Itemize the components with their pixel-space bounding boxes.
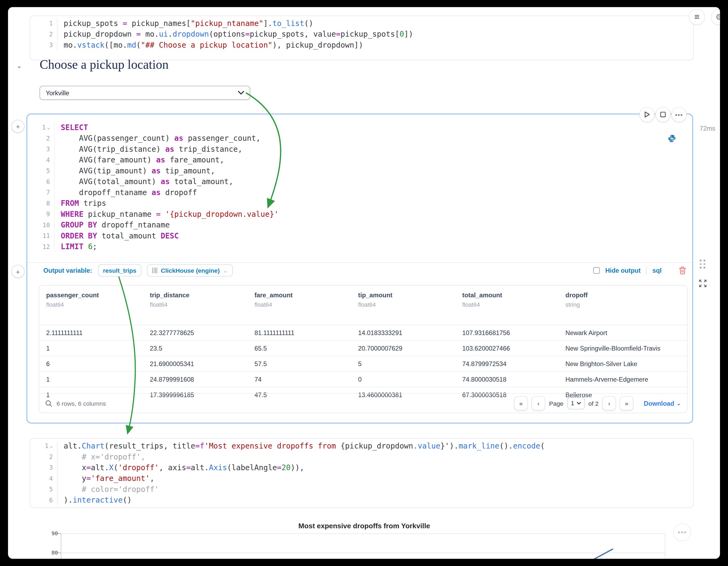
code-line: 1⌄SELECT <box>27 122 692 133</box>
result-table-card: passenger_countfloat64trip_distancefloat… <box>39 285 687 413</box>
line-number: 3 <box>34 40 58 50</box>
code-line: 2 AVG(passenger_count) as passenger_coun… <box>27 133 692 143</box>
engine-selector[interactable]: ClickHouse (engine) ⌄ <box>147 264 233 277</box>
code-text: pickup_dropdown = mo.ui.dropdown(options… <box>58 29 413 39</box>
column-header[interactable]: total_amountfloat64 <box>455 286 559 325</box>
engine-icon <box>152 268 157 273</box>
add-cell-below-button[interactable]: + <box>11 265 24 278</box>
code-line: 2 # x='dropoff', <box>30 451 693 462</box>
code-text: pickup_spots = pickup_names["pickup_ntan… <box>58 18 313 29</box>
code-text: FROM trips <box>55 198 106 208</box>
line-number: 2 <box>34 451 58 462</box>
code-line: 2pickup_dropdown = mo.ui.dropdown(option… <box>30 29 693 39</box>
code-text: alt.Chart(result_trips, title=f'Most exp… <box>58 440 545 451</box>
drag-handle-icon[interactable] <box>700 260 705 268</box>
page-select[interactable]: 1 <box>567 397 585 409</box>
code-text: x=alt.X('dropoff', axis=alt.Axis(labelAn… <box>58 462 304 473</box>
output-variable-chip[interactable]: result_trips <box>98 264 141 277</box>
hide-output-checkbox[interactable] <box>593 267 600 274</box>
hide-output-label[interactable]: Hide output <box>605 267 640 274</box>
code-line: 11ORDER BY total_amount DESC <box>27 230 692 241</box>
download-label: Download <box>644 400 674 407</box>
settings-button[interactable]: ⚙ <box>711 9 720 25</box>
trash-icon[interactable] <box>678 266 687 275</box>
code-text: ).interactive() <box>58 495 132 506</box>
code-line: 3 x=alt.X('dropoff', axis=alt.Axis(label… <box>30 462 693 473</box>
expand-icon[interactable] <box>699 279 707 287</box>
markdown-heading: Choose a pickup location <box>40 58 169 72</box>
download-button[interactable]: Download ⌄ <box>644 400 681 407</box>
collapse-chevron-icon[interactable]: ⌄ <box>17 62 22 69</box>
language-badge[interactable]: sql <box>652 267 661 274</box>
column-header[interactable]: dropoffstring <box>558 286 687 325</box>
tick-mark <box>58 553 61 553</box>
line-number: 8 <box>31 198 55 208</box>
column-header[interactable]: passenger_countfloat64 <box>39 286 143 325</box>
table-row: 123.565.520.7000007629103.6200027466New … <box>39 340 687 356</box>
sql-cell[interactable]: ••• 1⌄SELECT2 AVG(passenger_count) as pa… <box>26 113 693 423</box>
chart-code-editor[interactable]: 1⌄alt.Chart(result_trips, title=f'Most e… <box>30 439 693 506</box>
chevron-down-icon <box>577 402 581 405</box>
code-line: 12LIMIT 6; <box>27 241 692 252</box>
code-text: dropoff_ntaname as dropoff <box>55 187 197 198</box>
table-cell: 14.0183333291 <box>351 325 455 340</box>
code-line: 1pickup_spots = pickup_names["pickup_nta… <box>30 18 693 29</box>
fold-chevron-icon[interactable]: ⌄ <box>47 125 50 130</box>
sql-editor[interactable]: 1⌄SELECT2 AVG(passenger_count) as passen… <box>27 115 692 252</box>
line-number: 2 <box>34 29 58 39</box>
pickup-dropdown[interactable]: Yorkville <box>40 86 250 100</box>
code-line: 5 # color='dropoff' <box>30 484 693 495</box>
table-cell: 0 <box>351 371 455 387</box>
table-cell: 1 <box>39 371 143 387</box>
code-text: AVG(total_amount) as total_amount, <box>55 176 233 187</box>
code-line: 4 y='fare_amount', <box>30 473 693 484</box>
first-page-button[interactable]: « <box>514 396 528 411</box>
table-cell: 1 <box>39 340 143 356</box>
code-line: 9WHERE pickup_ntaname = '{pickup_dropdow… <box>27 209 692 219</box>
code-text: AVG(passenger_count) as passenger_count, <box>55 133 260 143</box>
code-cell-pickup[interactable]: 1pickup_spots = pickup_names["pickup_nta… <box>30 16 694 60</box>
search-icon[interactable] <box>45 400 52 407</box>
table-cell: 74.8799972534 <box>455 356 559 371</box>
next-page-button[interactable]: › <box>602 396 616 411</box>
screenshot-stage: 1pickup_spots = pickup_names["pickup_nta… <box>0 0 728 566</box>
code-text: y='fare_amount', <box>58 473 154 484</box>
code-text: LIMIT 6; <box>55 241 97 252</box>
python-logo-icon <box>668 134 676 143</box>
add-cell-above-button[interactable]: + <box>11 120 24 133</box>
run-cell-button[interactable] <box>639 107 654 122</box>
table-cell: 107.9316681756 <box>455 325 559 340</box>
line-number: 5 <box>31 165 55 176</box>
line-number: 1 <box>34 18 58 29</box>
page-label: Page <box>549 400 563 407</box>
play-icon <box>644 111 650 118</box>
table-row: 124.879999160874074.8000030518Hammels-Ar… <box>39 371 687 387</box>
stop-square-icon <box>660 112 666 117</box>
menu-button[interactable]: ≡ <box>689 9 705 25</box>
line-number: 3 <box>31 144 55 154</box>
pickup-dropdown-value: Yorkville <box>46 89 69 96</box>
last-page-button[interactable]: » <box>620 396 634 411</box>
cell-more-actions-button[interactable]: ••• <box>672 107 687 122</box>
y-axis-tick-80: 80 <box>47 549 58 556</box>
chart-line-segment <box>579 549 613 559</box>
column-header[interactable]: trip_distancefloat64 <box>143 286 247 325</box>
y-axis-line <box>61 533 61 559</box>
table-cell: 20.7000007629 <box>351 340 455 356</box>
code-line: 10GROUP BY dropoff_ntaname <box>27 219 692 230</box>
code-line: 3 AVG(trip_distance) as trip_distance, <box>27 144 692 154</box>
column-header[interactable]: tip_amountfloat64 <box>351 286 455 325</box>
chart-code-cell[interactable]: 1⌄alt.Chart(result_trips, title=f'Most e… <box>30 438 694 508</box>
prev-page-button[interactable]: ‹ <box>532 396 545 411</box>
column-header[interactable]: fare_amountfloat64 <box>247 286 351 325</box>
stop-cell-button[interactable] <box>655 107 670 122</box>
code-editor[interactable]: 1pickup_spots = pickup_names["pickup_nta… <box>30 16 693 51</box>
code-text: WHERE pickup_ntaname = '{pickup_dropdown… <box>55 209 279 219</box>
fold-chevron-icon[interactable]: ⌄ <box>50 443 53 449</box>
line-number: 3 <box>34 462 58 473</box>
code-text: AVG(trip_distance) as trip_distance, <box>55 144 242 154</box>
table-cell: 21.6900005341 <box>143 356 247 371</box>
result-table: passenger_countfloat64trip_distancefloat… <box>39 286 687 402</box>
chart-more-actions-button[interactable]: ••• <box>673 523 691 541</box>
line-number: 7 <box>31 187 55 198</box>
